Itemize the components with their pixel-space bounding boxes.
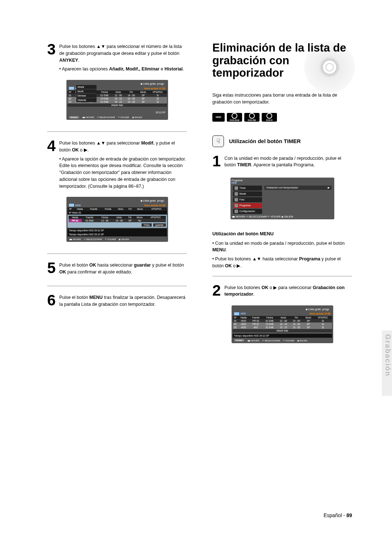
screen-title: Lista grab. progr.: [140, 82, 165, 85]
hdd-label: HDD: [241, 312, 246, 315]
hdd-icon: [69, 204, 74, 207]
titulo-btn[interactable]: Título: [142, 223, 152, 227]
th: Modo: [303, 316, 314, 319]
add-list-row: Añadir lista: [68, 103, 167, 107]
hdd-icon: [69, 87, 74, 90]
dvd-r-chip: DVD-R: [262, 113, 277, 122]
step-6-body: Pulse el botón MENU tras finalizar la op…: [59, 293, 187, 308]
td: 01: [233, 319, 238, 322]
menu-item-foto[interactable]: Foto: [233, 197, 262, 202]
txt: Pulse el botón: [59, 295, 89, 300]
context-menu: Añadir Modif. Eliminar Historial: [76, 85, 97, 102]
foot-sel: SELECCIONAR: [249, 215, 267, 218]
txt: • Aparecen las opciones: [59, 66, 109, 72]
td: SP: [138, 97, 149, 100]
title-icon: [234, 186, 238, 190]
menu-main: Grabación con temporizador ▶: [264, 186, 332, 214]
txt: • Aparece la opción de entrada de grabac…: [59, 156, 187, 190]
td: 15 : 10: [277, 326, 290, 329]
step-r1: 1 Con la unidad en modo de parada / repr…: [212, 154, 352, 169]
page-number: 89: [346, 512, 352, 518]
td: SP: [303, 319, 314, 322]
td: Sí: [148, 97, 167, 100]
td: 01 ENE: [262, 319, 277, 322]
txt: . Aparece la pantalla Programa.: [251, 162, 315, 167]
subhead-menu: Utilización del botón MENU: [212, 231, 352, 236]
page-footer: Español - 89: [323, 512, 352, 518]
th: Fecha: [98, 216, 112, 219]
txt: para seleccionar: [105, 141, 141, 146]
step-5-body: Pulse el botón OK hasta seleccionar guar…: [59, 260, 187, 276]
txt: Modif.: [141, 141, 155, 146]
menu-bullets: • Con la unidad en modo de parada / repr…: [212, 239, 352, 269]
td: 14 : 00: [290, 319, 303, 322]
play-icon: ▶: [237, 263, 240, 268]
screen-title: Lista grab. progr.: [306, 308, 330, 311]
th: Nº: [68, 90, 73, 94]
txt: .: [240, 263, 241, 268]
td: SP: [126, 219, 134, 222]
screen-list-1: Lista grab. progr. HDD Hora actual 12:00…: [66, 80, 168, 120]
txt: OK: [262, 285, 269, 290]
guardar-btn[interactable]: guardar: [153, 223, 166, 227]
menu-item-titulo[interactable]: Título: [233, 186, 262, 191]
td: 14 : 30: [125, 97, 138, 100]
screen-footer: ◀▶ MOVER ⏎ SELECCIONAR ↶ VOLVER ◉ SALIDA: [232, 215, 333, 218]
clock-label: Hora actual 12:00: [310, 312, 331, 315]
th: Fuente: [86, 207, 101, 211]
td[interactable]: PR 02: [69, 219, 82, 222]
step-3: 3 Pulse los botones ▲▼ para seleccionar …: [47, 42, 187, 73]
menu-item-programa[interactable]: Programa: [233, 203, 262, 208]
dvd-ram-chip: DVD-RAM: [227, 113, 242, 122]
td: 12 : 00: [277, 319, 290, 322]
ctx-history[interactable]: Historial: [76, 98, 97, 102]
menu-item-musik[interactable]: Músik: [233, 191, 262, 196]
foot-back: VOLVER: [270, 215, 281, 218]
td: 01 ENE: [262, 326, 277, 329]
th: Nº: [233, 316, 238, 319]
txt: .: [183, 66, 184, 72]
ctx-delete[interactable]: Eliminar: [76, 94, 97, 98]
th: Fuente: [82, 216, 98, 219]
screen-edit: Lista grab. progr. HDD Hora actual 12:00…: [66, 197, 168, 242]
chevron-right-icon: ▶: [328, 186, 330, 189]
txt: .: [253, 292, 254, 297]
td: 01 ENE: [97, 100, 112, 103]
divider: [47, 131, 187, 132]
step-num-r1: 1: [212, 154, 221, 169]
txt: OK: [72, 147, 79, 153]
foot-back: VOLVER: [107, 238, 116, 240]
ctx-add[interactable]: Añadir: [76, 85, 97, 89]
hdd-icon: [234, 312, 239, 315]
td: AV2: [249, 326, 262, 329]
txt: o: [268, 285, 273, 290]
td: 14 : 10: [277, 322, 290, 326]
th: Hasta: [238, 316, 249, 319]
th: Fecha: [101, 207, 115, 211]
foot-exit: SALIDA: [299, 340, 307, 342]
th: Modo: [138, 90, 149, 94]
th: Fecha: [262, 316, 277, 319]
photo-icon: [234, 198, 238, 202]
txt: Historial: [164, 66, 183, 72]
td: 02: [68, 97, 73, 100]
menu-entry-timer-rec[interactable]: Grabación con temporizador ▶: [264, 186, 332, 190]
music-icon: [234, 192, 238, 196]
td: No: [134, 219, 146, 222]
td: 01: [68, 94, 73, 97]
foot-exit: SALIDA: [134, 116, 142, 118]
step-r2: 2 Pulse los botones OK o ▶ para seleccio…: [212, 283, 352, 298]
ctx-modif[interactable]: Modif.: [76, 89, 97, 94]
txt: Programa: [299, 256, 320, 261]
foot-mover: MOVER: [86, 116, 94, 118]
title-l3: temporizador: [212, 66, 283, 79]
txt: hasta seleccionar: [96, 263, 134, 268]
txt: para confirmar el ajuste editado.: [66, 269, 132, 275]
screen-title: Lista grab. progr.: [140, 199, 165, 202]
txt: • Pulse los botones: [212, 256, 252, 261]
txt: hasta seleccionar: [261, 256, 299, 261]
menu-item-config[interactable]: Configuración: [233, 209, 262, 214]
step-num-4: 4: [47, 138, 56, 190]
th: Inicio: [112, 216, 127, 219]
th: Fin: [290, 316, 303, 319]
